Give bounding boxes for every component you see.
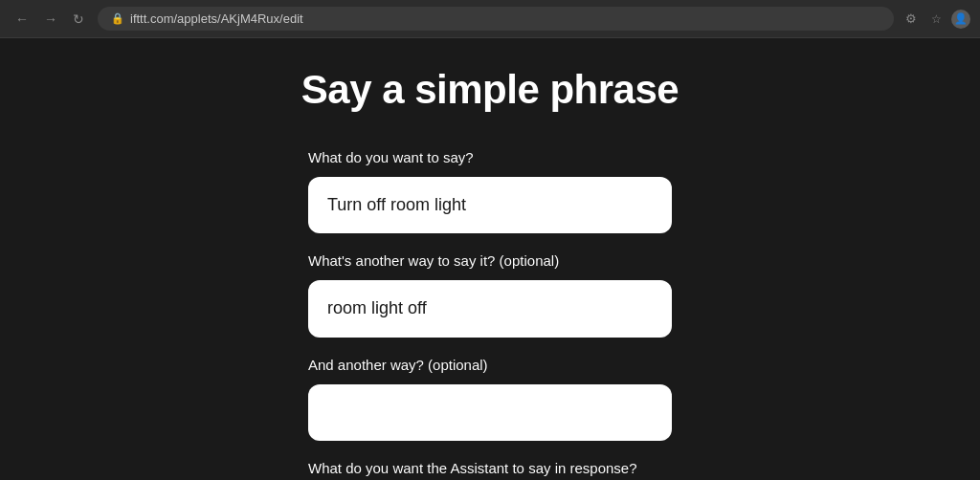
profile-icon[interactable]: 👤 [951, 10, 970, 29]
input-another-way-1[interactable] [308, 280, 672, 337]
field-group-assistant-response: What do you want the Assistant to say in… [308, 458, 672, 480]
field-group-another-way-1: What's another way to say it? (optional) [308, 251, 672, 337]
forward-button[interactable]: → [38, 8, 63, 31]
extensions-icon[interactable]: ⚙ [902, 10, 921, 29]
main-content: Say a simple phrase What do you want to … [0, 38, 980, 480]
browser-chrome: ← → ↻ 🔒 ifttt.com/applets/AKjM4Rux/edit … [0, 0, 980, 38]
browser-actions: ⚙ ☆ 👤 [902, 10, 970, 29]
url-text: ifttt.com/applets/AKjM4Rux/edit [130, 11, 303, 26]
bookmark-icon[interactable]: ☆ [926, 10, 946, 29]
input-what-to-say[interactable] [308, 177, 672, 233]
label-another-way-2: And another way? (optional) [308, 355, 672, 375]
form-container: What do you want to say? What's another … [308, 147, 672, 480]
address-bar[interactable]: 🔒 ifttt.com/applets/AKjM4Rux/edit [98, 7, 894, 31]
label-what-to-say: What do you want to say? [308, 147, 672, 167]
back-button[interactable]: ← [10, 8, 34, 31]
field-group-another-way-2: And another way? (optional) [308, 355, 672, 441]
input-another-way-2[interactable] [308, 384, 672, 441]
refresh-button[interactable]: ↻ [67, 8, 90, 31]
page-title: Say a simple phrase [301, 67, 679, 113]
nav-buttons: ← → ↻ [10, 8, 90, 31]
lock-icon: 🔒 [111, 12, 124, 25]
field-group-what-to-say: What do you want to say? [308, 147, 672, 233]
label-another-way-1: What's another way to say it? (optional) [308, 251, 672, 271]
label-assistant-response: What do you want the Assistant to say in… [308, 458, 672, 478]
